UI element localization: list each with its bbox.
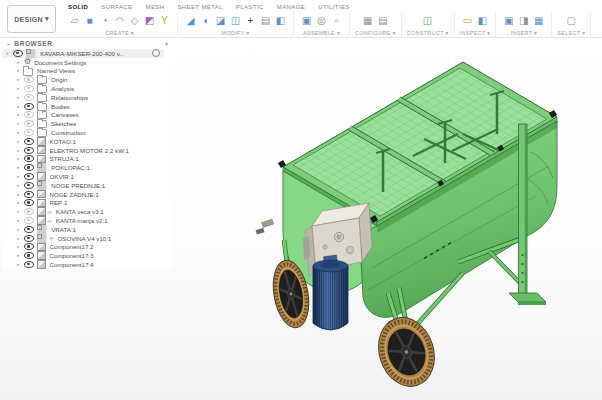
visibility-eye-icon[interactable] xyxy=(24,217,34,224)
expand-arrow-icon[interactable]: ▾ xyxy=(4,51,11,56)
expand-arrow-icon[interactable]: ▸ xyxy=(15,104,22,109)
collapse-panel-icon[interactable]: « xyxy=(7,41,10,47)
browser-header-caret-icon[interactable]: ▾ xyxy=(165,40,168,47)
expand-arrow-icon[interactable]: ▸ xyxy=(15,60,22,65)
tree-item[interactable]: ▸Construction xyxy=(2,128,172,137)
tree-item[interactable]: ▸Relationships xyxy=(2,93,172,102)
expand-arrow-icon[interactable]: ▸ xyxy=(15,227,22,232)
expand-arrow-icon[interactable]: ▸ xyxy=(15,209,22,214)
visibility-eye-icon[interactable] xyxy=(24,129,34,136)
expand-arrow-icon[interactable]: ▸ xyxy=(15,165,22,170)
group-label-create[interactable]: CREATE ▾ xyxy=(105,30,134,36)
rear-wheel[interactable] xyxy=(370,310,443,393)
tree-item[interactable]: ▸VRATA:1 xyxy=(2,225,172,234)
tree-item[interactable]: ▸STRUJA:1 xyxy=(2,155,172,164)
tab-utilities[interactable]: UTILITIES xyxy=(318,4,350,10)
visibility-eye-icon[interactable] xyxy=(24,85,34,92)
rigid-group-icon[interactable]: ▫ xyxy=(329,13,344,28)
tree-item[interactable]: ▸KOTAO:1 xyxy=(2,137,172,146)
electric-motor[interactable] xyxy=(313,255,348,330)
expand-arrow-icon[interactable]: ▸ xyxy=(15,86,22,91)
shell-icon[interactable]: ◪ xyxy=(213,13,228,28)
tree-item[interactable]: ▸OKVIR:1 xyxy=(2,172,172,181)
expand-arrow-icon[interactable]: ▸ xyxy=(15,236,22,241)
expand-arrow-icon[interactable]: ▸ xyxy=(15,183,22,188)
visibility-eye-icon[interactable] xyxy=(24,76,34,83)
expand-arrow-icon[interactable]: ▸ xyxy=(15,192,22,197)
expand-arrow-icon[interactable]: ▸ xyxy=(15,139,22,144)
canvas-icon[interactable]: ▦ xyxy=(531,13,546,28)
decal-icon[interactable]: ◨ xyxy=(516,13,531,28)
tree-item[interactable]: ▸Component17:3 xyxy=(2,251,172,260)
combine-icon[interactable]: ◫ xyxy=(228,13,243,28)
tree-item[interactable]: ▸Component17:4 xyxy=(2,260,172,269)
group-label-configure[interactable]: CONFIGURE ▾ xyxy=(355,30,396,36)
expand-arrow-icon[interactable]: ▸ xyxy=(15,244,22,249)
tree-item[interactable]: ▸Sketches xyxy=(2,119,172,128)
construction-plane-icon[interactable]: ◫ xyxy=(420,13,435,28)
move-copy-icon[interactable]: + xyxy=(243,13,258,28)
visibility-eye-icon[interactable] xyxy=(24,111,34,118)
configuration-icon[interactable]: ▦ xyxy=(360,13,375,28)
expand-arrow-icon[interactable]: ▸ xyxy=(15,156,22,161)
visibility-eye-icon[interactable] xyxy=(24,138,34,145)
tree-item[interactable]: ▸Canvases xyxy=(2,111,172,120)
visibility-eye-icon[interactable] xyxy=(24,252,34,259)
visibility-eye-icon[interactable] xyxy=(24,182,34,189)
create-sketch-icon[interactable]: ▱ xyxy=(67,13,82,28)
loft-icon[interactable]: ◇ xyxy=(127,13,142,28)
configuration-table-icon[interactable]: ▤ xyxy=(375,13,390,28)
physical-material-icon[interactable]: ◧ xyxy=(273,13,288,28)
group-label-insert[interactable]: INSERT ▾ xyxy=(511,30,538,36)
pattern-icon[interactable]: Y xyxy=(157,13,172,28)
tree-item[interactable]: ▸∞KANTA veca v3:1 xyxy=(2,207,172,216)
visibility-eye-icon[interactable] xyxy=(24,147,34,154)
visibility-eye-icon[interactable] xyxy=(24,164,34,171)
visibility-eye-icon[interactable] xyxy=(24,120,34,127)
group-label-modify[interactable]: MODIFY ▾ xyxy=(222,30,250,36)
tree-item[interactable]: ▸Origin xyxy=(2,75,172,84)
group-label-assemble[interactable]: ASSEMBLE ▾ xyxy=(303,30,340,36)
fillet-icon[interactable]: ◖ xyxy=(198,13,213,28)
visibility-eye-icon[interactable] xyxy=(24,103,34,110)
new-component-icon[interactable]: ▣ xyxy=(299,13,314,28)
joint-icon[interactable]: ◎ xyxy=(314,13,329,28)
activate-component-radio[interactable] xyxy=(152,49,160,57)
visibility-eye-icon[interactable] xyxy=(24,261,34,268)
expand-arrow-icon[interactable]: ▸ xyxy=(15,77,22,82)
select-icon[interactable]: ▢ xyxy=(564,13,579,28)
visibility-eye-icon[interactable] xyxy=(24,155,34,162)
expand-arrow-icon[interactable]: ▸ xyxy=(15,218,22,223)
tree-item[interactable]: ▸NOGE ZADNJE:1 xyxy=(2,190,172,199)
expand-arrow-icon[interactable]: ▸ xyxy=(15,95,22,100)
visibility-eye-icon[interactable] xyxy=(24,243,34,250)
tree-item[interactable]: ▸ELEKTRO MOTOR 2,2 kW:1 xyxy=(2,146,172,155)
tree-item[interactable]: ▸∞KANTA manja v2:1 xyxy=(2,216,172,225)
extrude-icon[interactable]: ■ xyxy=(82,13,97,28)
visibility-eye-icon[interactable] xyxy=(13,50,23,57)
expand-arrow-icon[interactable]: ▸ xyxy=(15,121,22,126)
tree-item[interactable]: ▸⚙Document Settings xyxy=(2,58,172,67)
visibility-eye-icon[interactable] xyxy=(24,94,34,101)
expand-arrow-icon[interactable]: ▸ xyxy=(15,253,22,258)
expand-arrow-icon[interactable]: ▸ xyxy=(15,200,22,205)
section-analysis-icon[interactable]: ◧ xyxy=(475,13,490,28)
expand-arrow-icon[interactable]: ▸ xyxy=(15,148,22,153)
expand-arrow-icon[interactable]: ▸ xyxy=(15,112,22,117)
tree-item[interactable]: ▸NOGE PREDNJE:1 xyxy=(2,181,172,190)
delete-icon[interactable]: ▤ xyxy=(258,13,273,28)
expand-arrow-icon[interactable]: ▸ xyxy=(15,174,22,179)
tree-item[interactable]: ▸REP:1 xyxy=(2,199,172,208)
visibility-eye-icon[interactable] xyxy=(24,208,34,215)
visibility-eye-icon[interactable] xyxy=(24,235,34,242)
tree-item[interactable]: ▸Bodies xyxy=(2,102,172,111)
visibility-eye-icon[interactable] xyxy=(24,199,34,206)
expand-arrow-icon[interactable]: ▸ xyxy=(15,262,22,267)
group-label-inspect[interactable]: INSPECT ▾ xyxy=(460,30,491,36)
tree-item[interactable]: ▸Named Views xyxy=(2,67,172,76)
visibility-eye-icon[interactable] xyxy=(24,173,34,180)
tab-plastic[interactable]: PLASTIC xyxy=(236,4,264,10)
tab-manage[interactable]: MANAGE xyxy=(277,4,305,10)
visibility-eye-icon[interactable] xyxy=(24,191,34,198)
sweep-icon[interactable]: ◠ xyxy=(112,13,127,28)
